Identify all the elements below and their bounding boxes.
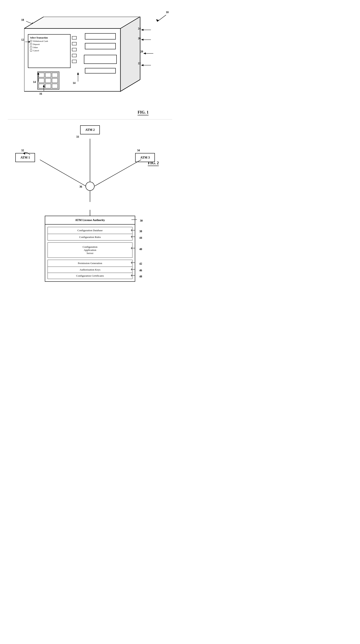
arrow-44 — [131, 235, 139, 239]
svg-marker-35 — [43, 85, 45, 87]
ref-40: 40 — [131, 246, 142, 251]
ref-16: 16 — [39, 92, 42, 96]
authority-inner: Configuration Database 38 — [45, 224, 135, 281]
arrow-40 — [131, 246, 139, 250]
svg-marker-33 — [77, 72, 79, 75]
permission-box: Permission Generation 42 — [48, 260, 132, 279]
svg-rect-10 — [72, 42, 76, 45]
fig2-diagram: FIG. 2 32 ATM 1 ATM 2 — [10, 125, 170, 282]
authority-box-wrapper: ATM License Authority 30 — [45, 216, 135, 282]
screen-item-4: Cancel — [30, 49, 66, 52]
arrow-20 — [142, 52, 154, 56]
ref-46: 46 — [131, 268, 142, 272]
config-app-label: Configuration Application Server — [48, 243, 132, 258]
screen-item-2: Deposit — [30, 43, 66, 46]
svg-rect-16 — [46, 73, 51, 77]
config-certs-label: Configuration Certificates 48 — [48, 273, 132, 279]
checkbox-4 — [30, 50, 32, 52]
arrow-24 — [139, 28, 152, 32]
arrow-30 — [132, 218, 139, 222]
config-db-box: Configuration Database 38 — [48, 227, 132, 240]
svg-marker-43 — [141, 64, 144, 66]
ref-36: 36 — [80, 185, 82, 188]
screen-item-3: Other — [30, 46, 66, 48]
fig1-diagram: 10 18 — [10, 10, 170, 108]
svg-rect-17 — [52, 73, 58, 77]
arrow-10 — [153, 13, 169, 23]
arrow-14b — [75, 71, 81, 82]
screen-title: Select Transaction — [30, 36, 66, 39]
config-db-label: Configuration Database — [48, 227, 132, 234]
svg-rect-11 — [72, 48, 76, 51]
auth-keys-label: Authorization Keys 46 — [48, 266, 132, 273]
svg-marker-1 — [156, 19, 159, 22]
arrow-16 — [41, 84, 47, 91]
ref-48: 48 — [131, 274, 142, 278]
checkbox-3 — [30, 46, 32, 48]
screen-item-1: Withdrawal Cash — [30, 40, 66, 42]
svg-rect-24 — [85, 34, 116, 39]
permission-gen-label: Permission Generation — [48, 260, 132, 266]
ref-44: 44 — [131, 235, 142, 240]
svg-point-45 — [86, 182, 94, 190]
fig1-label: FIG. 1 — [138, 110, 148, 114]
svg-marker-4 — [24, 17, 140, 28]
arrow-48 — [131, 274, 139, 278]
svg-rect-12 — [72, 54, 76, 57]
arrow-22 — [139, 63, 152, 67]
svg-rect-27 — [85, 68, 116, 73]
svg-marker-6 — [120, 17, 140, 91]
svg-rect-9 — [72, 36, 76, 39]
arrow-26 — [139, 38, 152, 42]
svg-rect-13 — [72, 60, 76, 63]
svg-rect-25 — [85, 43, 116, 49]
svg-rect-19 — [46, 78, 51, 83]
config-rules-label: Configuration Rules 44 — [48, 234, 132, 240]
hub-to-authority-line — [89, 210, 91, 216]
arrow-14a — [35, 71, 41, 82]
fig2-network-top: FIG. 2 32 ATM 1 ATM 2 — [10, 125, 170, 208]
svg-marker-29 — [29, 41, 30, 43]
svg-line-47 — [40, 160, 86, 186]
config-app-box: Configuration Application Server — [48, 242, 132, 258]
svg-rect-23 — [52, 84, 58, 88]
svg-marker-31 — [37, 72, 39, 75]
svg-line-48 — [94, 160, 141, 186]
arrow-12 — [23, 39, 31, 45]
ref-30: 30 — [132, 218, 143, 222]
ref-18: 18 — [21, 18, 24, 22]
network-connections — [10, 125, 170, 208]
ref-42: 42 — [131, 261, 142, 266]
arrow-42 — [131, 261, 139, 265]
arrow-46 — [131, 268, 139, 271]
ref-38: 38 — [131, 228, 142, 233]
authority-box: ATM License Authority 30 — [45, 216, 135, 282]
svg-rect-20 — [52, 78, 58, 83]
svg-marker-41 — [144, 52, 146, 54]
arrow-38 — [131, 228, 139, 232]
authority-title-row: ATM License Authority 30 — [45, 216, 135, 224]
svg-marker-39 — [141, 39, 144, 41]
svg-marker-37 — [141, 29, 144, 31]
fig1-label-container: FIG. 1 — [8, 110, 148, 115]
screen-content: Select Transaction Withdrawal Cash Depos… — [28, 35, 68, 65]
svg-rect-26 — [84, 55, 116, 64]
svg-line-0 — [157, 15, 166, 22]
authority-section: ATM License Authority 30 — [10, 210, 170, 282]
authority-outer: ATM License Authority 30 — [45, 216, 135, 282]
